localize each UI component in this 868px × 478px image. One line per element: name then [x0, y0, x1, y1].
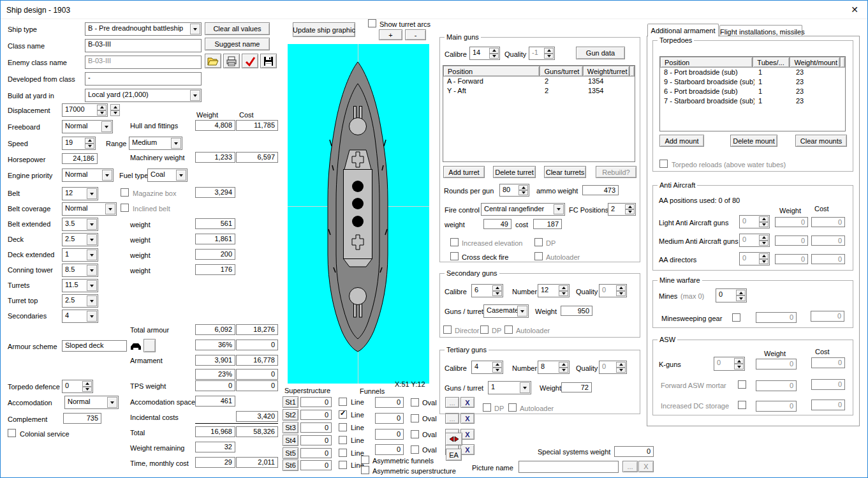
spin-up-button[interactable] — [559, 285, 568, 291]
mg-calibre-spinner[interactable]: 14 — [469, 47, 500, 60]
col-position[interactable]: Position — [443, 66, 540, 77]
spin-down-button[interactable] — [492, 368, 502, 373]
cross-deck-fire-checkbox[interactable] — [450, 252, 459, 260]
turret-table[interactable]: Position Guns/turret Weight/turret A - F… — [443, 65, 635, 162]
dropdown-arrow-icon[interactable] — [517, 306, 527, 317]
tab-additional-armament[interactable]: Additional armament — [647, 24, 719, 36]
spin-down-button[interactable] — [625, 209, 635, 214]
freeboard-select[interactable]: Normal — [62, 120, 113, 133]
st5-button[interactable]: St5 — [283, 447, 298, 459]
dropdown-arrow-icon[interactable] — [190, 24, 200, 34]
dropdown-arrow-icon[interactable] — [87, 234, 97, 245]
add-mount-button[interactable]: Add mount — [659, 135, 704, 147]
st2-line-checkbox[interactable]: ✓ — [339, 410, 347, 419]
save-button[interactable] — [260, 54, 277, 68]
turrets-select[interactable]: 11.5 — [62, 279, 98, 292]
medium-aa-spinner[interactable]: 0 — [739, 234, 770, 247]
zoom-out-button[interactable]: - — [405, 29, 426, 40]
minesweeping-gear-checkbox[interactable] — [732, 313, 740, 322]
spin-down-button[interactable] — [97, 110, 107, 116]
conning-tower-select[interactable]: 8.5 — [62, 264, 98, 277]
belt-select[interactable]: 12 — [62, 187, 98, 200]
fire-control-select[interactable]: Central rangefinder — [481, 203, 565, 216]
dropdown-arrow-icon[interactable] — [87, 280, 97, 291]
spin-up-button[interactable] — [616, 362, 626, 368]
table-row[interactable]: 6 - Port broadside (sub) 1 23 — [660, 87, 845, 96]
st1-button[interactable]: St1 — [283, 396, 298, 408]
rounds-per-gun-spinner[interactable]: 80 — [499, 184, 529, 197]
spinner-buttons[interactable] — [82, 381, 92, 392]
torpedo-defence-spinner[interactable]: 0 — [62, 380, 93, 393]
colonial-service-checkbox[interactable] — [8, 429, 16, 437]
spin-up-button[interactable] — [759, 216, 769, 222]
table-row[interactable]: 7 - Starboard broadside (sub) 1 23 — [660, 96, 845, 106]
spin-down-button[interactable] — [492, 291, 502, 297]
spin-down-button[interactable] — [736, 295, 746, 301]
funnel3-delete-button[interactable]: X — [460, 429, 474, 440]
update-ship-graphic-button[interactable]: Update ship graphic — [293, 22, 355, 37]
secondaries-select[interactable]: 4 — [62, 310, 98, 323]
spin-up-button[interactable] — [759, 235, 769, 241]
st6-button[interactable]: St6 — [283, 459, 298, 471]
ea-button[interactable]: EA — [446, 449, 462, 461]
spin-up-button[interactable] — [736, 290, 746, 295]
deck-select[interactable]: 2.5 — [62, 233, 98, 246]
engine-priority-select[interactable]: Normal — [62, 168, 114, 182]
sg-calibre-spinner[interactable]: 6 — [471, 284, 503, 297]
dropdown-arrow-icon[interactable] — [554, 204, 564, 214]
spinner-buttons[interactable] — [759, 235, 769, 246]
spin-up-button[interactable] — [85, 138, 94, 144]
gun-data-button[interactable]: Gun data — [576, 47, 625, 59]
spinner-buttons[interactable] — [110, 104, 120, 116]
spinner-buttons[interactable] — [85, 138, 94, 149]
spin-up-button[interactable] — [492, 285, 502, 291]
spin-down-button[interactable] — [759, 259, 769, 265]
mg-quality-spinner[interactable]: -1 — [529, 47, 555, 60]
table-row[interactable]: 9 - Starboard broadside (sub) 1 23 — [660, 77, 845, 87]
dropdown-arrow-icon[interactable] — [105, 204, 115, 214]
add-turret-button[interactable]: Add turret — [443, 166, 485, 178]
delete-mount-button[interactable]: Delete mount — [730, 135, 777, 147]
spin-up-button[interactable] — [519, 185, 528, 190]
light-aa-spinner[interactable]: 0 — [739, 215, 770, 228]
clear-turrets-button[interactable]: Clear turrets — [544, 166, 586, 178]
spin-up-button[interactable] — [492, 362, 502, 368]
class-name-input[interactable]: B-03-III — [85, 39, 202, 52]
table-row[interactable]: A - Forward 2 1354 — [443, 77, 635, 86]
spin-down-button[interactable] — [759, 241, 769, 246]
kguns-spinner[interactable]: 0 — [714, 357, 745, 371]
displacement-fine-spinner[interactable] — [110, 103, 121, 117]
spin-up-button[interactable] — [734, 358, 744, 364]
spin-up-button[interactable] — [625, 204, 635, 209]
spin-up-button[interactable] — [759, 253, 769, 259]
dropdown-arrow-icon[interactable] — [171, 138, 181, 149]
fc-positions-spinner[interactable]: 2 — [608, 203, 636, 216]
suggest-name-button[interactable]: Suggest name — [205, 38, 270, 50]
spin-down-button[interactable] — [489, 54, 499, 59]
spin-down-button[interactable] — [85, 144, 94, 149]
spin-down-button[interactable] — [616, 291, 626, 297]
displacement-spinner[interactable]: 17000 — [62, 103, 108, 117]
clear-all-values-button[interactable]: Clear all values — [205, 22, 270, 35]
spinner-buttons[interactable] — [616, 362, 626, 373]
asymmetric-superstructure-checkbox[interactable] — [361, 466, 369, 474]
armour-scheme-picker-button[interactable] — [143, 339, 156, 352]
belt-coverage-select[interactable]: Normal — [62, 202, 117, 216]
close-icon[interactable]: ✕ — [851, 4, 858, 15]
spin-up-button[interactable] — [559, 362, 568, 368]
funnel4-delete-button[interactable]: X — [460, 444, 474, 455]
accomodation-select[interactable]: Normal — [64, 396, 119, 409]
table-row[interactable]: 8 - Port broadside (sub) 1 23 — [660, 68, 845, 77]
funnel2-more-button[interactable]: ... — [445, 413, 459, 424]
dropdown-arrow-icon[interactable] — [87, 311, 97, 322]
spinner-buttons[interactable] — [734, 358, 744, 370]
st4-button[interactable]: St4 — [283, 435, 298, 446]
spin-up-button[interactable] — [97, 105, 107, 110]
st6-line-checkbox[interactable] — [339, 461, 347, 469]
range-select[interactable]: Medium — [129, 137, 182, 150]
sg-quality-spinner[interactable]: 0 — [599, 284, 627, 297]
tg-quality-spinner[interactable]: 0 — [599, 361, 627, 374]
dropdown-arrow-icon[interactable] — [190, 90, 200, 101]
developed-from-input[interactable]: - — [85, 72, 202, 86]
spin-down-button[interactable] — [110, 110, 120, 117]
